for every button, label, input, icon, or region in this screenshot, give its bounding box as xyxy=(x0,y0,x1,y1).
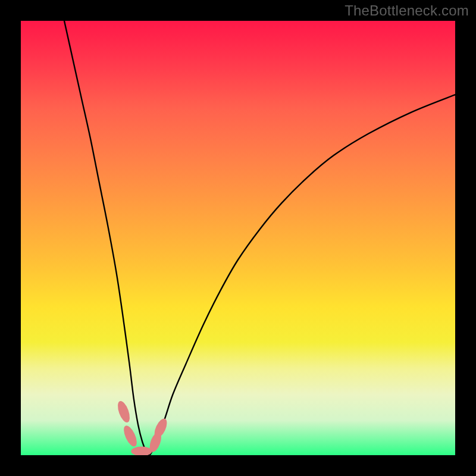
plot-area xyxy=(21,21,455,455)
curve-svg xyxy=(21,21,455,455)
curve-marker xyxy=(131,446,152,455)
chart-frame: TheBottleneck.com xyxy=(0,0,476,476)
bottleneck-curve xyxy=(64,21,455,455)
curve-marker xyxy=(121,424,140,448)
curve-markers xyxy=(115,399,170,455)
watermark-text: TheBottleneck.com xyxy=(345,2,469,19)
curve-marker xyxy=(115,399,132,424)
